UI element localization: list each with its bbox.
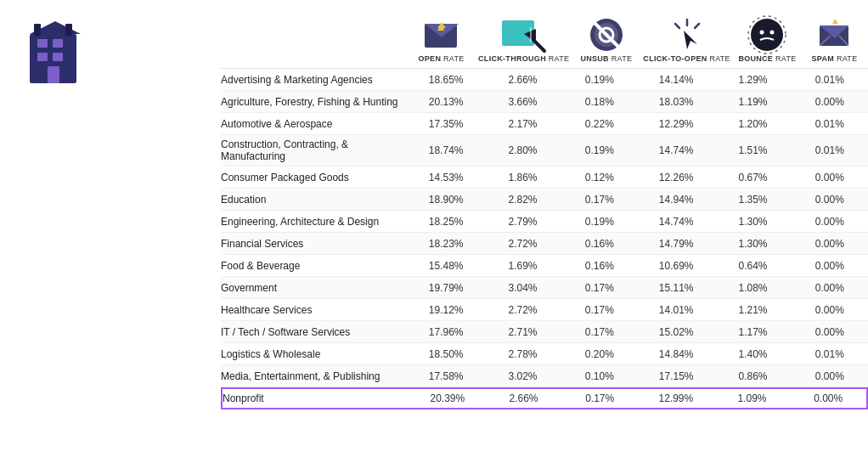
right-panel: OPEN RATE CLICK-THROUGH RATE — [221, 8, 868, 409]
cell-value-4: 0.67% — [714, 168, 791, 187]
svg-point-29 — [770, 31, 775, 35]
industry-name: Education — [221, 190, 408, 209]
svg-point-26 — [751, 19, 783, 51]
cell-value-4: 1.40% — [714, 345, 791, 364]
ctr-label: CLICK-THROUGH RATE — [478, 54, 569, 63]
open-rate-label: OPEN RATE — [418, 54, 464, 63]
svg-rect-5 — [37, 53, 48, 61]
cell-value-2: 0.12% — [561, 168, 638, 187]
svg-rect-6 — [53, 53, 63, 61]
cell-value-4: 1.21% — [714, 301, 791, 319]
industry-name: Financial Services — [221, 234, 408, 253]
industry-name: Agriculture, Forestry, Fishing & Hunting — [221, 93, 408, 111]
cell-value-5: 0.00% — [792, 93, 868, 111]
cell-value-5: 0.00% — [792, 234, 868, 253]
unsub-rate-icon — [587, 15, 626, 54]
cell-value-1: 2.66% — [484, 71, 561, 89]
industry-name: Food & Beverage — [221, 257, 408, 275]
industry-name: Consumer Packaged Goods — [221, 168, 408, 187]
cell-value-4: 1.30% — [714, 234, 791, 253]
cell-value-3: 12.29% — [638, 115, 714, 133]
industry-name: Construction, Contracting, & Manufacturi… — [221, 135, 408, 166]
left-panel — [0, 8, 221, 409]
cell-value-1: 3.02% — [484, 367, 561, 386]
cell-value-1: 1.86% — [484, 168, 561, 187]
data-table: Advertising & Marketing Agencies18.65%2.… — [221, 69, 868, 409]
cell-value-5: 0.01% — [792, 345, 868, 364]
cell-value-2: 0.17% — [561, 279, 638, 297]
cell-value-3: 15.11% — [638, 279, 714, 297]
header-row: OPEN RATE CLICK-THROUGH RATE — [221, 8, 868, 69]
cell-value-1: 2.17% — [484, 115, 561, 133]
cell-value-1: 2.78% — [484, 345, 561, 364]
table-row: Automotive & Aerospace17.35%2.17%0.22%12… — [221, 113, 868, 135]
col-open-rate-header: OPEN RATE — [408, 15, 475, 63]
cell-value-3: 12.26% — [638, 168, 714, 187]
cell-value-5: 0.00% — [792, 323, 868, 341]
cell-value-0: 17.58% — [408, 367, 484, 386]
spam-label: SPAM RATE — [812, 54, 858, 63]
cell-value-0: 19.12% — [408, 301, 484, 319]
cell-value-4: 0.86% — [714, 367, 791, 386]
svg-rect-7 — [48, 66, 59, 83]
cell-value-0: 18.50% — [408, 345, 484, 364]
unsub-label: UNSUB RATE — [580, 54, 632, 63]
table-row: Education18.90%2.82%0.17%14.94%1.35%0.00… — [221, 189, 868, 211]
cell-value-5: 0.00% — [792, 367, 868, 386]
svg-rect-9 — [65, 24, 72, 36]
cell-value-2: 0.18% — [561, 93, 638, 111]
cell-value-3: 10.69% — [638, 257, 714, 275]
table-row: Agriculture, Forestry, Fishing & Hunting… — [221, 91, 868, 113]
cell-value-5: 0.00% — [792, 257, 868, 275]
click-through-rate-icon — [500, 15, 548, 54]
cell-value-2: 0.16% — [561, 257, 638, 275]
table-row: Advertising & Marketing Agencies18.65%2.… — [221, 69, 868, 91]
cell-value-5: 0.00% — [792, 301, 868, 319]
cell-value-2: 0.19% — [561, 71, 638, 89]
cell-value-0: 19.79% — [408, 279, 484, 297]
cell-value-0: 17.96% — [408, 323, 484, 341]
cell-value-2: 0.17% — [561, 323, 638, 341]
cell-value-3: 17.15% — [638, 367, 714, 386]
click-to-open-rate-icon — [663, 15, 711, 54]
cell-value-4: 1.29% — [714, 71, 791, 89]
industry-name: Automotive & Aerospace — [221, 115, 408, 133]
bounce-rate-icon — [747, 15, 786, 54]
col-unsub-header: UNSUB RATE — [572, 15, 640, 63]
svg-line-23 — [675, 24, 679, 28]
cell-value-3: 15.02% — [638, 323, 714, 341]
cell-value-5: 0.00% — [792, 279, 868, 297]
cell-value-3: 14.01% — [638, 301, 714, 319]
cell-value-2: 0.17% — [561, 190, 638, 209]
cell-value-1: 2.80% — [484, 141, 561, 160]
cell-value-1: 2.72% — [484, 301, 561, 319]
table-row: Financial Services18.23%2.72%0.16%14.79%… — [221, 233, 868, 255]
cell-value-2: 0.22% — [561, 115, 638, 133]
cell-value-4: 1.09% — [714, 389, 791, 408]
table-row: Consumer Packaged Goods14.53%1.86%0.12%1… — [221, 166, 868, 189]
cell-value-0: 18.25% — [408, 212, 484, 231]
col-spam-header: SPAM RATE — [801, 15, 868, 63]
cell-value-0: 20.13% — [408, 93, 484, 111]
table-row: Engineering, Architecture & Design18.25%… — [221, 211, 868, 233]
cell-value-2: 0.17% — [561, 389, 638, 408]
open-rate-icon — [422, 15, 461, 54]
industry-name: Logistics & Wholesale — [221, 345, 408, 364]
cell-value-0: 14.53% — [408, 168, 484, 187]
cell-value-1: 1.69% — [484, 257, 561, 275]
cell-value-0: 17.35% — [408, 115, 484, 133]
cell-value-2: 0.19% — [561, 212, 638, 231]
cell-value-4: 1.20% — [714, 115, 791, 133]
cell-value-4: 1.51% — [714, 141, 791, 160]
cell-value-0: 18.23% — [408, 234, 484, 253]
building-icon — [17, 17, 93, 93]
cell-value-5: 0.01% — [792, 71, 868, 89]
table-row: Media, Entertainment, & Publishing17.58%… — [221, 365, 868, 387]
cell-value-2: 0.17% — [561, 301, 638, 319]
cell-value-4: 1.30% — [714, 212, 791, 231]
cell-value-5: 0.00% — [792, 212, 868, 231]
cell-value-5: 0.00% — [790, 389, 866, 408]
svg-marker-34 — [832, 19, 838, 24]
bounce-label: BOUNCE RATE — [738, 54, 796, 63]
cell-value-1: 2.66% — [486, 389, 562, 408]
